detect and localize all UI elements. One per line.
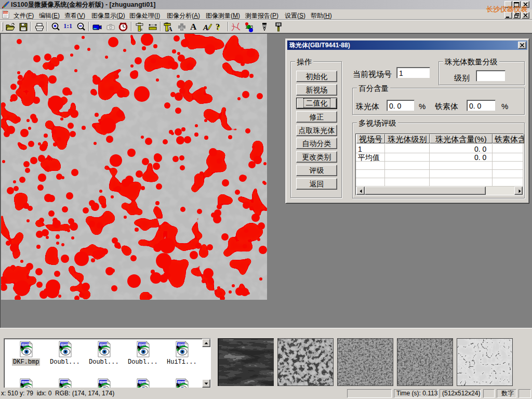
svg-text:A: A xyxy=(168,25,172,32)
svg-text:3: 3 xyxy=(250,24,253,30)
svg-text:DOC: DOC xyxy=(4,12,9,15)
